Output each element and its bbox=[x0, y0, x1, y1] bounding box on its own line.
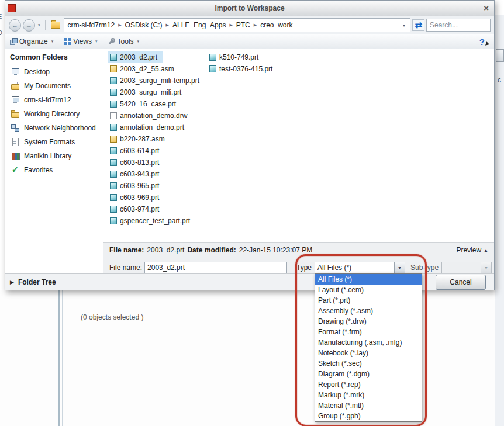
sidebar-item[interactable]: Favorites bbox=[5, 163, 103, 177]
refresh-icon[interactable]: ⇄ bbox=[412, 19, 424, 31]
favorites-icon bbox=[11, 166, 20, 174]
file-item[interactable]: k510-749.prt bbox=[208, 51, 264, 63]
sidebar-item-label: My Documents bbox=[24, 82, 71, 90]
breadcrumb-separator-icon: ▶ bbox=[229, 23, 232, 27]
prt-file-icon bbox=[110, 182, 117, 189]
file-item[interactable]: gspencer_test_part.prt bbox=[108, 215, 195, 227]
file-name: annotation_demo.drw bbox=[120, 112, 187, 120]
help-icon[interactable]: ? bbox=[479, 37, 489, 47]
file-item[interactable]: c603-813.prt bbox=[108, 157, 164, 168]
sidebar-item-label: Favorites bbox=[24, 166, 53, 174]
breadcrumb-segment[interactable]: OSDisk (C:) bbox=[124, 21, 164, 29]
file-name: c603-969.prt bbox=[120, 193, 159, 202]
file-item[interactable]: 2003_surgu_mili-temp.prt bbox=[108, 75, 205, 86]
sidebar-item[interactable]: My Documents bbox=[5, 79, 103, 93]
chevron-down-icon: ▾ bbox=[50, 39, 55, 44]
search-input[interactable] bbox=[426, 19, 491, 32]
type-option[interactable]: Format (*.frm) bbox=[315, 327, 422, 337]
sidebar-item-label: System Formats bbox=[24, 138, 75, 146]
prt-file-icon bbox=[209, 65, 216, 72]
prt-file-icon bbox=[110, 159, 117, 166]
type-option[interactable]: Notebook (*.lay) bbox=[315, 348, 422, 358]
sidebar-item[interactable]: Manikin Library bbox=[5, 149, 103, 163]
file-item[interactable]: b220-287.asm bbox=[108, 133, 170, 145]
sidebar-item[interactable]: crm-sl-fd7rm12 bbox=[5, 93, 103, 107]
type-combobox[interactable]: All Files (*) ▼ bbox=[315, 262, 405, 274]
library-icon bbox=[11, 152, 20, 160]
documents-icon bbox=[11, 82, 20, 90]
prt-file-icon bbox=[110, 171, 117, 178]
type-option[interactable]: Layout (*.cem) bbox=[315, 285, 422, 295]
back-button[interactable]: ← bbox=[9, 19, 21, 32]
prt-file-icon bbox=[110, 124, 117, 131]
expand-icon: ▶ bbox=[10, 279, 14, 285]
breadcrumb-separator-icon: ▶ bbox=[254, 23, 257, 27]
sidebar-item[interactable]: System Formats bbox=[5, 135, 103, 149]
status-file-label: File name: bbox=[109, 246, 144, 254]
type-option[interactable]: Drawing (*.drw) bbox=[315, 316, 422, 327]
file-col1: 2003_d2.prt2003_d2_55.asm2003_surgu_mili… bbox=[108, 51, 205, 227]
separator bbox=[45, 20, 46, 30]
file-item[interactable]: c603-974.prt bbox=[108, 203, 164, 215]
forward-button[interactable]: → bbox=[23, 19, 35, 32]
background-divider bbox=[62, 290, 63, 426]
file-item[interactable]: annotation_demo.drw bbox=[108, 110, 192, 122]
breadcrumb-dropdown-icon[interactable]: ▼ bbox=[400, 23, 408, 27]
type-option[interactable]: Report (*.rep) bbox=[315, 379, 422, 390]
file-item[interactable]: c603-943.prt bbox=[108, 168, 164, 180]
type-option[interactable]: Group (*.gph) bbox=[315, 411, 422, 421]
type-option[interactable]: All Files (*) bbox=[315, 274, 422, 285]
breadcrumb-segment[interactable]: creo_work bbox=[259, 21, 294, 29]
file-item[interactable]: c603-969.prt bbox=[108, 192, 164, 203]
sidebar-header: Common Folders bbox=[5, 50, 103, 65]
close-icon[interactable]: × bbox=[484, 4, 489, 12]
breadcrumb: ▼ crm-sl-fd7rm12▶OSDisk (C:)▶ALLE_Eng_Ap… bbox=[64, 18, 411, 32]
organize-menu[interactable]: Organize ▾ bbox=[10, 37, 54, 46]
sidebar-item-label: Manikin Library bbox=[24, 152, 71, 160]
chevron-down-icon[interactable]: ▼ bbox=[394, 262, 405, 273]
dialog-content: Common Folders DesktopMy Documentscrm-sl… bbox=[5, 49, 494, 273]
file-item[interactable]: c603-614.prt bbox=[108, 145, 164, 157]
history-dropdown-icon[interactable]: ▾ bbox=[37, 23, 42, 27]
file-name: annotation_demo.prt bbox=[120, 123, 184, 131]
file-item[interactable]: 2003_d2_55.asm bbox=[108, 63, 179, 75]
file-item[interactable]: test-0376-415.prt bbox=[208, 63, 278, 75]
prt-file-icon bbox=[110, 89, 117, 96]
sidebar-item[interactable]: Desktop bbox=[5, 65, 103, 79]
type-option[interactable]: Markup (*.mrk) bbox=[315, 390, 422, 400]
tools-menu[interactable]: Tools ▾ bbox=[108, 37, 141, 46]
address-bar: ← → ▾ ▼ crm-sl-fd7rm12▶OSDisk (C:)▶ALLE_… bbox=[5, 16, 494, 34]
file-item[interactable]: annotation_demo.prt bbox=[108, 122, 189, 133]
type-option[interactable]: Material (*.mtl) bbox=[315, 400, 422, 411]
file-list: 2003_d2.prt2003_d2_55.asm2003_surgu_mili… bbox=[103, 49, 494, 242]
breadcrumb-segment[interactable]: crm-sl-fd7rm12 bbox=[67, 21, 116, 29]
folder-tree-toggle[interactable]: ▶ Folder Tree bbox=[10, 278, 56, 286]
subtype-combobox[interactable]: ▼ bbox=[441, 262, 492, 274]
breadcrumb-segment[interactable]: ALLE_Eng_Apps bbox=[171, 21, 227, 29]
cancel-button[interactable]: Cancel bbox=[436, 275, 486, 290]
import-dialog: Import to Workspace × ← → ▾ ▼ crm-sl-fd7… bbox=[5, 0, 495, 290]
file-item[interactable]: 5420_16_case.prt bbox=[108, 98, 181, 110]
preview-toggle[interactable]: Preview ▲ bbox=[456, 246, 488, 254]
drw-file-icon bbox=[110, 112, 117, 119]
views-menu[interactable]: Views ▾ bbox=[64, 37, 98, 46]
background-panel-tab-label: c bbox=[498, 76, 501, 84]
breadcrumb-separator-icon: ▶ bbox=[166, 23, 169, 27]
subtype-label: Sub-type bbox=[410, 264, 439, 272]
type-option[interactable]: Manufacturing (.asm, .mfg) bbox=[315, 337, 422, 348]
file-item[interactable]: c603-965.prt bbox=[108, 180, 164, 192]
file-name-input[interactable] bbox=[144, 262, 287, 274]
type-option[interactable]: Diagram (*.dgm) bbox=[315, 369, 422, 379]
file-item[interactable]: 2003_d2.prt bbox=[108, 51, 163, 63]
sidebar-item[interactable]: Network Neighborhood bbox=[5, 121, 103, 135]
type-option[interactable]: Sketch (*.sec) bbox=[315, 358, 422, 369]
file-name: 5420_16_case.prt bbox=[120, 100, 176, 108]
tools-icon bbox=[108, 38, 115, 45]
sidebar-item[interactable]: Working Directory bbox=[5, 107, 103, 121]
sidebar-item-label: Desktop bbox=[24, 68, 50, 76]
type-option[interactable]: Assembly (*.asm) bbox=[315, 306, 422, 316]
file-item[interactable]: 2003_surgu_mili.prt bbox=[108, 86, 187, 98]
type-option[interactable]: Part (*.prt) bbox=[315, 295, 422, 306]
breadcrumb-segment[interactable]: PTC bbox=[235, 21, 251, 29]
organize-label: Organize bbox=[19, 37, 48, 46]
